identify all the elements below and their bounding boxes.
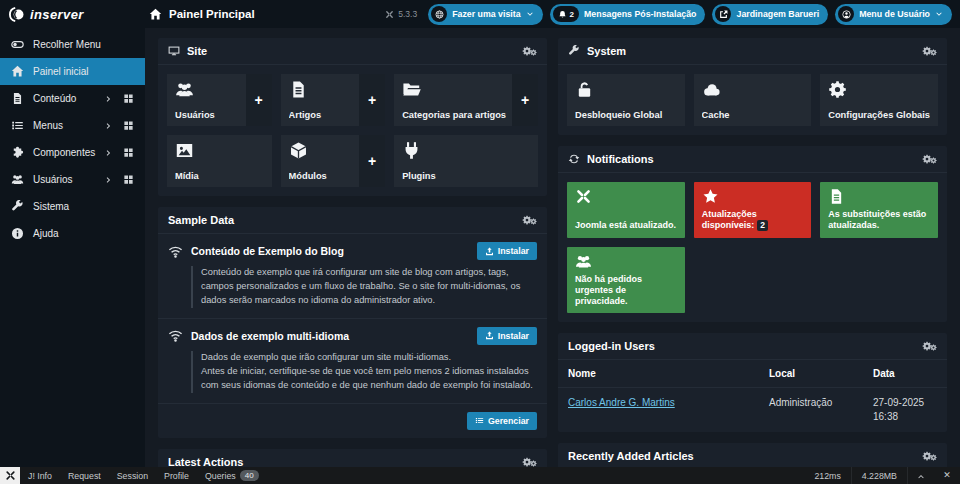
inserver-logo-icon [8, 6, 25, 23]
collapse-debug-button[interactable] [908, 467, 934, 484]
notification-updates-available[interactable]: Atualizações disponíveis:2 [694, 182, 812, 238]
home-icon [11, 65, 24, 78]
globe-icon [435, 10, 444, 19]
debug-tab-profile[interactable]: Profile [156, 467, 197, 484]
quick-link-modulos[interactable]: Módulos + [281, 135, 386, 187]
card-options-icon[interactable] [922, 46, 937, 56]
wifi-icon [168, 244, 183, 259]
notifications-card: Notifications Joomla está atualizado. At… [558, 146, 947, 322]
card-options-icon[interactable] [522, 46, 537, 56]
notification-privacy-requests[interactable]: Não há pedidos urgentes de privacidade. [567, 247, 685, 314]
debug-tab-queries[interactable]: Queries 40 [197, 467, 267, 484]
column-header-local: Local [759, 360, 863, 388]
card-options-icon[interactable] [522, 457, 537, 467]
top-bar: inserver Painel Principal 5.3.3 Fazer um… [0, 0, 960, 28]
manage-button[interactable]: Gerenciar [467, 412, 537, 430]
latest-actions-card: Latest Actions Ação Data Usuário andre a… [158, 449, 547, 467]
quick-link-plugins[interactable]: Plugins [394, 135, 538, 187]
logged-in-users-table: Nome Local Data Carlos Andre G. Martins … [558, 360, 947, 432]
user-menu-button[interactable]: Menu de Usuário [835, 4, 952, 25]
location-cell: Administração [759, 388, 863, 433]
sample-data-multilang-item: Dados de exemplo multi-idioma Instalar D… [158, 319, 547, 404]
upload-icon [485, 331, 494, 340]
take-a-tour-button[interactable]: Fazer uma visita [428, 4, 542, 25]
quick-link-artigos[interactable]: Artigos + [281, 74, 386, 126]
memory-usage: 4.228MB [852, 471, 907, 481]
post-install-messages-button[interactable]: 2 Mensagens Pós-Instalação [550, 4, 706, 25]
cube-icon [289, 141, 308, 160]
sidebar-item-content[interactable]: Conteúdo [0, 85, 145, 112]
dashboard-grid-icon[interactable] [123, 93, 134, 104]
list-icon [11, 119, 24, 132]
close-debug-button[interactable]: ✕ [934, 467, 960, 484]
quick-link-usuarios[interactable]: Usuários + [167, 74, 272, 126]
sidebar-item-components[interactable]: Componentes [0, 139, 145, 166]
debug-tab-request[interactable]: Request [60, 467, 109, 484]
user-icon [842, 10, 851, 19]
wrench-icon [11, 200, 24, 213]
inserver-logo[interactable]: inserver [8, 6, 142, 23]
bell-icon [558, 10, 567, 19]
wifi-icon [168, 328, 183, 343]
puzzle-icon [11, 146, 24, 159]
quick-link-global-config[interactable]: Configurações Globais [820, 74, 938, 126]
quick-link-cache[interactable]: Cache [694, 74, 812, 126]
debug-tab-session[interactable]: Session [109, 467, 156, 484]
joomla-debug-icon[interactable] [0, 467, 20, 484]
user-link[interactable]: Carlos Andre G. Martins [568, 397, 675, 408]
quick-link-midia[interactable]: Mídia [167, 135, 272, 187]
sidebar-item-collapse-menu[interactable]: Recolher Menu [0, 31, 145, 58]
column-header-nome: Nome [558, 360, 759, 388]
document-icon [11, 92, 24, 105]
install-multilang-sample-button[interactable]: Instalar [477, 327, 537, 345]
chevron-right-icon [105, 122, 113, 130]
plus-icon[interactable]: + [359, 135, 385, 187]
dashboard-grid-icon[interactable] [123, 120, 134, 131]
card-options-icon[interactable] [922, 154, 937, 164]
notification-overrides-updated[interactable]: As substituições estão atualizadas. [820, 182, 938, 238]
plug-icon [402, 141, 421, 160]
sidebar-item-system[interactable]: Sistema [0, 193, 145, 220]
chevron-right-icon [105, 176, 113, 184]
install-blog-sample-button[interactable]: Instalar [477, 242, 537, 260]
sample-data-description: Dados de exemplo que irão configurar um … [191, 351, 537, 393]
recent-articles-card: Recently Added Articles Nenhum artigo fo… [558, 443, 947, 467]
preview-site-button[interactable]: Jardinagem Barueri [712, 4, 828, 25]
star-icon [702, 188, 719, 205]
debug-tab-info[interactable]: J! Info [20, 467, 60, 484]
notification-joomla-updated[interactable]: Joomla está atualizado. [567, 182, 685, 238]
joomla-version: 5.3.3 [385, 9, 417, 19]
card-options-icon[interactable] [522, 215, 537, 225]
card-options-icon[interactable] [922, 341, 937, 351]
plus-icon[interactable]: + [246, 74, 272, 126]
sidebar-item-menus[interactable]: Menus [0, 112, 145, 139]
main-content: Site Usuários + Artigos + Cat [145, 28, 960, 467]
quick-link-global-checkin[interactable]: Desbloqueio Global [567, 74, 685, 126]
sidebar-item-help[interactable]: Ajuda [0, 220, 145, 247]
plus-icon[interactable]: + [512, 74, 538, 126]
users-icon [175, 80, 194, 99]
dashboard-grid-icon[interactable] [123, 147, 134, 158]
sample-data-card: Sample Data Conteúdo de Exemplo do Blog … [158, 207, 547, 438]
users-icon [575, 253, 592, 270]
image-icon [175, 141, 194, 160]
dashboard-grid-icon[interactable] [123, 174, 134, 185]
debug-bar: J! Info Request Session Profile Queries … [0, 467, 960, 484]
sidebar-item-users[interactable]: Usuários [0, 166, 145, 193]
column-header-data: Data [863, 360, 947, 388]
quick-link-categorias[interactable]: Categorias para artigos + [394, 74, 538, 126]
joomla-icon [385, 10, 394, 19]
sample-data-blog-item: Conteúdo de Exemplo do Blog Instalar Con… [158, 234, 547, 319]
info-icon [11, 227, 24, 240]
folder-icon [402, 80, 421, 99]
messages-count-badge: 2 [570, 10, 574, 19]
wrench-icon [568, 45, 580, 57]
chevron-down-icon [526, 10, 534, 18]
site-card: Site Usuários + Artigos + Cat [158, 38, 547, 196]
cloud-icon [702, 80, 721, 99]
card-options-icon[interactable] [922, 451, 937, 461]
plus-icon[interactable]: + [359, 74, 385, 126]
chevron-right-icon [105, 95, 113, 103]
logged-in-users-card: Logged-in Users Nome Local Data Carlos A… [558, 333, 947, 432]
sidebar-item-home-dashboard[interactable]: Painel inicial [0, 58, 145, 85]
